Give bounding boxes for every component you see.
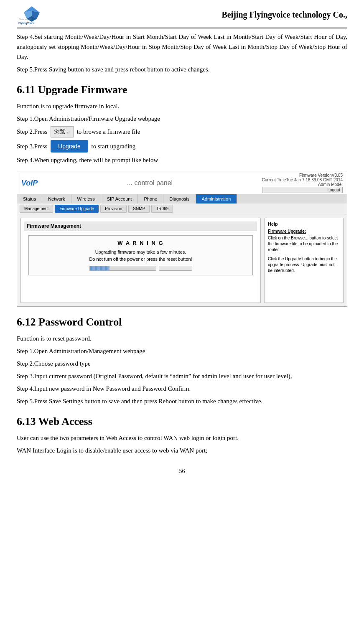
cp-help-title: Help [268, 221, 340, 226]
page-header: FlyingVoice Voice over IP Beijing Flying… [17, 4, 347, 28]
svg-text:Voice over IP: Voice over IP [19, 18, 32, 20]
cp-progress-label [159, 266, 192, 271]
cp-warning-box: W A R N I N G Upgrading firmware may tak… [28, 235, 253, 275]
cp-admin-mode-label: Admin Mode: [262, 182, 343, 187]
nav-sip-account[interactable]: SIP Account [101, 194, 138, 203]
nav-network[interactable]: Network [42, 194, 71, 203]
cp-warning-line1: Upgrading firmware may take a few minute… [95, 249, 186, 254]
step-612-5: Step 5.Press Save Settings button to sav… [17, 396, 347, 406]
step-611-3-suffix: to start upgrading [92, 141, 136, 151]
nav-phone[interactable]: Phone [138, 194, 163, 203]
step-611-3-prefix: Step 3.Press [17, 141, 47, 151]
browse-button-image: 浏览... [51, 126, 74, 137]
step-612-2: Step 2.Choose password type [17, 359, 347, 369]
step-612-function: Function is to reset password. [17, 333, 347, 343]
nav-status[interactable]: Status [17, 194, 42, 203]
section-611-body: Function is to upgrade firmware in local… [17, 101, 347, 165]
page-number: 56 [179, 468, 185, 474]
cp-admin-mode-row: Admin Mode: Logout [262, 182, 343, 193]
section-613-heading: 6.13 Web Access [17, 415, 347, 428]
cp-sub-nav: Management Firmware Upgrade Provision SN… [17, 203, 347, 214]
cp-progress-area [37, 266, 244, 271]
cp-progress-fill [90, 266, 109, 270]
cp-firmware-management-title: Firmware Management [24, 221, 257, 231]
cp-logout-button[interactable]: Logout [262, 187, 343, 193]
cp-current-time: Current TimeTue Jan 7 16:39:08 GMT 2014 [262, 178, 343, 182]
cp-top-bar: VoIP ... control panel Firmware VersionV… [17, 171, 347, 194]
step-611-function: Function is to upgrade firmware in local… [17, 101, 347, 111]
control-panel-wrapper: VoIP ... control panel Firmware VersionV… [17, 171, 347, 306]
svg-text:FlyingVoice: FlyingVoice [18, 22, 35, 25]
cp-progress-bar [89, 266, 156, 271]
section-613-body: User can use the two parameters in Web A… [17, 433, 347, 455]
cp-firmware-version: Firmware VersionV3.05 [262, 173, 343, 178]
page-footer: 56 [17, 468, 347, 475]
cp-main-content: Firmware Management W A R N I N G Upgrad… [20, 218, 261, 303]
firmware-screenshot: VoIP ... control panel Firmware VersionV… [17, 171, 347, 307]
cp-body: Firmware Management W A R N I N G Upgrad… [17, 214, 347, 306]
section-612-body: Function is to reset password. Step 1.Op… [17, 333, 347, 406]
step-611-2-row: Step 2.Press 浏览... to browse a firmware … [17, 126, 347, 137]
cp-help-text1: Click on the Browse... button to select … [268, 235, 340, 253]
intro-step5: Step 5.Press Saving button to save and p… [17, 64, 347, 74]
step-611-3-row: Step 3.Press Upgrade to start upgrading [17, 140, 347, 153]
nav-diagnosis[interactable]: Diagnosis [163, 194, 196, 203]
upgrade-button-image: Upgrade [51, 140, 88, 153]
subnav-tr069[interactable]: TR069 [151, 205, 173, 213]
intro-text: Step 4.Set starting Month/Week/Day/Hour … [17, 32, 347, 74]
step-611-1: Step 1.Open Administration/Firmware Upgr… [17, 114, 347, 124]
cp-warning-line2: Do not turn off the power or press the r… [89, 257, 192, 262]
section-611-heading: 6.11 Upgrade Firmware [17, 84, 347, 96]
cp-logo-section: VoIP [21, 179, 38, 188]
subnav-firmware-upgrade[interactable]: Firmware Upgrade [55, 205, 99, 213]
subnav-snmp[interactable]: SNMP [128, 205, 150, 213]
logo-area: FlyingVoice Voice over IP [17, 4, 54, 25]
cp-main-nav: Status Network Wireless SIP Account Phon… [17, 194, 347, 203]
step-611-2-prefix: Step 2.Press [17, 127, 47, 137]
subnav-management[interactable]: Management [20, 205, 53, 213]
step-613-function: User can use the two parameters in Web A… [17, 433, 347, 443]
cp-warning-title: W A R N I N G [37, 240, 244, 246]
cp-help-panel: Help Firmware Upgrade: Click on the Brow… [264, 218, 344, 303]
cp-help-subtitle: Firmware Upgrade: [268, 229, 340, 234]
section-612-heading: 6.12 Password Control [17, 316, 347, 328]
subnav-provision[interactable]: Provision [100, 205, 127, 213]
company-title: Beijing Flyingvoice technology Co., [54, 10, 347, 20]
step-612-3: Step 3.Input current password (Original … [17, 371, 347, 381]
cp-warning-text: Upgrading firmware may take a few minute… [37, 249, 244, 262]
step-612-4: Step 4.Input new password in New Passwor… [17, 384, 347, 394]
intro-step4: Step 4.Set starting Month/Week/Day/Hour … [17, 32, 347, 62]
cp-panel-title: ... control panel [127, 179, 173, 187]
nav-administration[interactable]: Administration [196, 194, 237, 203]
flyingvoice-logo-icon: FlyingVoice Voice over IP [17, 4, 47, 25]
step-611-2-suffix: to browse a firmware file [77, 127, 140, 137]
step-612-1: Step 1.Open Administration/Management we… [17, 346, 347, 356]
cp-voip-logo: VoIP [21, 179, 38, 188]
cp-help-text2: Click the Upgrade button to begin the up… [268, 256, 340, 274]
step-611-4: Step 4.When upgrading, there will be pro… [17, 155, 347, 165]
step-613-1: WAN Interface Login is to disable/enable… [17, 445, 347, 455]
cp-top-right-info: Firmware VersionV3.05 Current TimeTue Ja… [262, 173, 343, 193]
nav-wireless[interactable]: Wireless [71, 194, 101, 203]
